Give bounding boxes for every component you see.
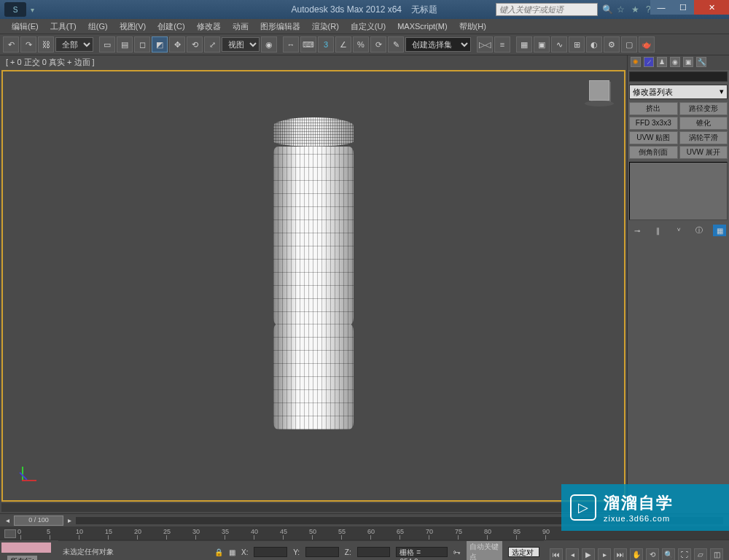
play-button[interactable]: ▶: [582, 548, 595, 561]
view-cube-ring[interactable]: [585, 101, 614, 106]
render-button[interactable]: 🫖: [639, 36, 655, 52]
make-unique-icon[interactable]: ⱽ: [672, 225, 685, 236]
goto-start-button[interactable]: ⏮: [550, 548, 563, 561]
coord-x-input[interactable]: [254, 547, 287, 557]
favorite-icon[interactable]: ★: [631, 4, 642, 15]
configure-sets-icon[interactable]: ▦: [713, 225, 726, 236]
zoom-button[interactable]: 🔍: [662, 548, 675, 561]
view-cube-face[interactable]: [589, 80, 609, 101]
menu-create[interactable]: 创建(C): [152, 21, 190, 32]
menu-modifiers[interactable]: 修改器: [191, 21, 227, 32]
mod-pathdeform[interactable]: 路径变形: [679, 102, 728, 115]
remove-mod-icon[interactable]: ⓘ: [693, 225, 706, 236]
mod-unwrap[interactable]: UVW 展开: [679, 146, 728, 159]
menu-help[interactable]: 帮助(H): [453, 21, 492, 32]
view-cube[interactable]: [585, 77, 614, 106]
keyboard-shortcut-button[interactable]: ⌨: [300, 36, 316, 52]
menu-maxscript[interactable]: MAXScript(M): [391, 22, 453, 31]
show-end-icon[interactable]: ∥: [651, 225, 664, 236]
refcoord-dropdown[interactable]: 视图: [222, 37, 260, 52]
layer-button[interactable]: ▦: [516, 36, 532, 52]
tab-utilities[interactable]: 🔧: [696, 57, 706, 67]
next-frame-button[interactable]: ▸: [598, 548, 611, 561]
zoom-all-button[interactable]: ⛶: [678, 548, 691, 561]
spinner-snap-button[interactable]: ⟳: [370, 36, 386, 52]
redo-button[interactable]: ↷: [20, 36, 36, 52]
tab-display[interactable]: ▣: [683, 57, 693, 67]
script-mini-listener[interactable]: [1, 542, 51, 553]
select-name-button[interactable]: ▤: [117, 36, 133, 52]
tab-motion[interactable]: ◉: [670, 57, 680, 67]
curve-editor-button[interactable]: ∿: [551, 36, 567, 52]
max-viewport-button[interactable]: ◫: [710, 548, 723, 561]
select-button[interactable]: ▭: [99, 36, 115, 52]
model-object[interactable]: [273, 117, 354, 429]
pin-stack-icon[interactable]: ⊸: [631, 225, 644, 236]
pivot-button[interactable]: ◉: [261, 36, 277, 52]
timeslider-right-arrow[interactable]: ▸: [68, 516, 71, 524]
autokey-button[interactable]: 自动关键点: [467, 541, 502, 560]
schematic-button[interactable]: ⊞: [569, 36, 585, 52]
lock-icon[interactable]: 🔒: [214, 548, 223, 556]
tab-create[interactable]: ✺: [631, 57, 641, 67]
coord-y-input[interactable]: [305, 547, 339, 557]
render-frame-button[interactable]: ▢: [621, 36, 637, 52]
angle-snap-button[interactable]: ∠: [335, 36, 351, 52]
mod-turbosmooth[interactable]: 涡轮平滑: [679, 131, 728, 144]
edit-named-button[interactable]: ✎: [388, 36, 404, 52]
menu-animation[interactable]: 动画: [227, 21, 254, 32]
close-button[interactable]: ✕: [694, 0, 729, 15]
menu-view[interactable]: 视图(V): [114, 21, 152, 32]
align-button[interactable]: ≡: [494, 36, 510, 52]
tab-hierarchy[interactable]: ♟: [657, 57, 667, 67]
percent-snap-button[interactable]: %: [353, 36, 369, 52]
mod-ffd[interactable]: FFD 3x3x3: [629, 117, 678, 130]
snap-3-button[interactable]: 3: [318, 36, 334, 52]
named-selset-dropdown[interactable]: 创建选择集: [405, 37, 471, 52]
menu-customize[interactable]: 自定义(U): [345, 21, 391, 32]
selected-key-box[interactable]: 选定对象: [508, 547, 539, 557]
tab-modify[interactable]: ⟋: [644, 57, 654, 67]
select-move-button[interactable]: ✥: [169, 36, 185, 52]
timeslider-left-arrow[interactable]: ◂: [6, 516, 9, 524]
graphite-button[interactable]: ▣: [534, 36, 550, 52]
help-search-input[interactable]: [496, 3, 598, 16]
time-slider[interactable]: 0 / 100: [14, 516, 63, 526]
mod-chamfer[interactable]: 倒角剖面: [629, 146, 678, 159]
link-icon[interactable]: ☆: [617, 4, 627, 15]
app-menu-arrow[interactable]: ▾: [31, 6, 34, 14]
app-icon[interactable]: S: [4, 2, 26, 17]
select-rotate-button[interactable]: ⟲: [187, 36, 203, 52]
mod-taper[interactable]: 锥化: [679, 117, 728, 130]
menu-group[interactable]: 组(G): [82, 21, 114, 32]
menu-rendering[interactable]: 渲染(R): [306, 21, 345, 32]
search-icon[interactable]: 🔍: [602, 4, 612, 15]
coord-mode-icon[interactable]: ▦: [229, 548, 235, 556]
minimize-button[interactable]: —: [650, 0, 672, 15]
arc-rotate-button[interactable]: ⟲: [646, 548, 659, 561]
mod-uvwmap[interactable]: UVW 贴图: [629, 131, 678, 144]
fov-button[interactable]: ▱: [694, 548, 707, 561]
menu-tools[interactable]: 工具(T): [44, 21, 82, 32]
modifier-list-dropdown[interactable]: 修改器列表▾: [629, 85, 728, 99]
modifier-stack[interactable]: [629, 162, 728, 220]
select-rect-button[interactable]: ◻: [134, 36, 150, 52]
object-color[interactable]: [629, 71, 728, 82]
manipulate-button[interactable]: ↔: [283, 36, 299, 52]
render-setup-button[interactable]: ⚙: [604, 36, 620, 52]
viewport[interactable]: [1, 70, 625, 502]
mirror-button[interactable]: ▷◁: [477, 36, 493, 52]
mini-curve-icon[interactable]: [4, 529, 16, 538]
material-editor-button[interactable]: ◐: [586, 36, 602, 52]
select-scale-button[interactable]: ⤢: [204, 36, 220, 52]
window-crossing-button[interactable]: ◩: [152, 36, 168, 52]
goto-end-button[interactable]: ⏭: [614, 548, 627, 561]
link-button[interactable]: ⛓: [38, 36, 54, 52]
menu-grapheditors[interactable]: 图形编辑器: [254, 21, 306, 32]
viewport-label[interactable]: [ + 0 正交 0 真实 + 边面 ]: [0, 55, 627, 70]
key-icon[interactable]: 🗝: [453, 548, 461, 556]
viewport-hscroll[interactable]: [1, 503, 625, 512]
menu-edit[interactable]: 编辑(E): [6, 21, 44, 32]
mod-extrude[interactable]: 挤出: [629, 102, 678, 115]
undo-button[interactable]: ↶: [3, 36, 19, 52]
